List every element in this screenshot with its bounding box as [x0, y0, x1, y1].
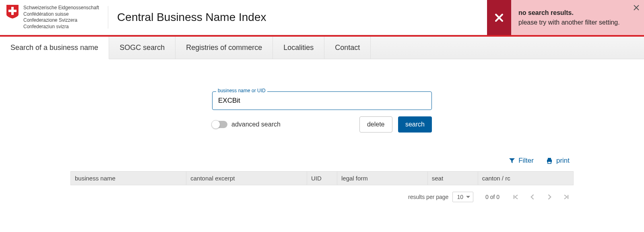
site-title: Central Business Name Index [117, 11, 266, 24]
tab-label: Registries of commerce [186, 44, 262, 52]
table-header-row: business name cantonal excerpt UID legal… [71, 172, 574, 185]
swiss-shield-icon [6, 5, 19, 19]
main-tabs: Search of a business name SOGC search Re… [0, 37, 644, 59]
filter-button[interactable]: Filter [509, 157, 534, 165]
prev-page-button[interactable] [528, 193, 537, 201]
search-controls-row: advanced search delete search [212, 116, 432, 133]
fed-line: Confédération suisse [23, 11, 99, 18]
search-buttons: delete search [359, 116, 432, 133]
print-button[interactable]: print [546, 157, 570, 165]
tab-sogc-search[interactable]: SOGC search [109, 37, 175, 59]
tab-label: Contact [335, 44, 360, 52]
chevron-left-icon [528, 193, 537, 201]
last-page-button[interactable] [562, 193, 570, 201]
search-panel: business name or UID advanced search del… [109, 91, 535, 133]
page-range: 0 of 0 [485, 194, 500, 200]
search-field-wrap: business name or UID [212, 91, 432, 110]
fed-line: Confederaziun svizra [23, 24, 99, 30]
paginator: results per page 10 0 of 0 [70, 185, 574, 202]
svg-rect-3 [548, 158, 551, 160]
search-button[interactable]: search [398, 116, 432, 133]
print-icon [546, 157, 553, 164]
close-icon [634, 5, 639, 10]
chevron-right-icon [545, 193, 553, 201]
tab-label: Search of a business name [10, 44, 98, 52]
toast-title: no search results. [518, 9, 628, 17]
pager-buttons [512, 193, 570, 201]
filter-icon [509, 157, 515, 164]
toast-close-button[interactable] [632, 2, 641, 14]
button-label: search [405, 121, 425, 128]
col-cantonal-excerpt[interactable]: cantonal excerpt [186, 172, 307, 185]
header-divider [108, 6, 108, 29]
next-page-button[interactable] [545, 193, 553, 201]
col-uid[interactable]: UID [307, 172, 337, 185]
tab-search-business-name[interactable]: Search of a business name [0, 37, 109, 59]
site-header: Schweizerische Eidgenossenschaft Confédé… [0, 0, 644, 35]
button-label: delete [367, 121, 385, 128]
swiss-logo-block: Schweizerische Eidgenossenschaft Confédé… [6, 0, 99, 30]
toast-status-icon [487, 0, 511, 35]
button-label: Filter [518, 157, 534, 165]
col-legal-form[interactable]: legal form [337, 172, 427, 185]
col-seat[interactable]: seat [427, 172, 478, 185]
fed-line: Schweizerische Eidgenossenschaft [23, 5, 99, 11]
tab-localities[interactable]: Localities [273, 37, 324, 59]
rpp-select[interactable]: 10 [452, 192, 473, 202]
toast-message: please try with another filter setting. [518, 19, 628, 26]
confederation-text: Schweizerische Eidgenossenschaft Confédé… [23, 5, 99, 30]
results-panel: Filter print business name cantonal exce… [70, 157, 574, 212]
col-canton-rc[interactable]: canton / rc [478, 172, 573, 185]
advanced-search-toggle[interactable]: advanced search [212, 121, 281, 128]
results-toolbar: Filter print [70, 157, 574, 171]
toast-body: no search results. please try with anoth… [511, 0, 644, 35]
svg-rect-1 [8, 10, 17, 12]
first-page-icon [512, 193, 520, 201]
results-per-page: results per page 10 [408, 192, 473, 202]
last-page-icon [562, 193, 570, 201]
tab-registries[interactable]: Registries of commerce [175, 37, 273, 59]
col-business-name[interactable]: business name [71, 172, 186, 185]
tab-label: SOGC search [120, 44, 165, 52]
rpp-value: 10 [457, 194, 463, 200]
tab-contact[interactable]: Contact [324, 37, 371, 59]
svg-rect-4 [548, 162, 551, 164]
no-results-toast: no search results. please try with anoth… [487, 0, 644, 35]
switch-track [212, 121, 227, 128]
fed-line: Confederazione Svizzera [23, 17, 99, 24]
search-field-label: business name or UID [216, 88, 267, 93]
x-icon [494, 13, 504, 23]
delete-button[interactable]: delete [359, 116, 392, 133]
button-label: print [556, 157, 570, 165]
first-page-button[interactable] [512, 193, 520, 201]
rpp-label: results per page [408, 194, 448, 200]
switch-knob [211, 120, 220, 129]
business-name-input[interactable] [212, 91, 432, 110]
tab-label: Localities [283, 44, 314, 52]
results-table: business name cantonal excerpt UID legal… [70, 171, 574, 185]
advanced-search-label: advanced search [231, 121, 281, 128]
